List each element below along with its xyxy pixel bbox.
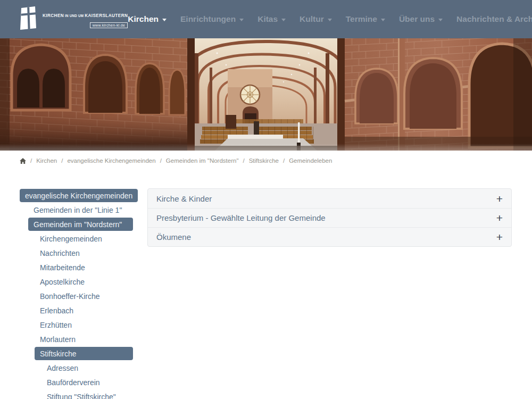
chevron-down-icon — [328, 19, 332, 21]
accordion-panel-presbyterium[interactable]: Presbyterium - Gewählte Leitung der Geme… — [148, 208, 511, 227]
sidebar-item-erlenbach[interactable]: Erlenbach — [35, 304, 133, 317]
accordion-panel-kirche-kinder[interactable]: Kirche & Kinder + — [148, 189, 511, 208]
sidebar-item-nachrichten[interactable]: Nachrichten — [35, 246, 133, 260]
breadcrumb-separator: / — [160, 157, 162, 164]
nav-item-termine[interactable]: Termine — [346, 14, 385, 24]
sidebar-item-stiftskirche[interactable]: Stiftskirche — [35, 347, 133, 360]
breadcrumb-item-kirchen[interactable]: Kirchen — [36, 157, 57, 164]
breadcrumb-item-gemeindeleben: Gemeindeleben — [289, 157, 332, 164]
panel-title: Kirche & Kinder — [156, 194, 212, 203]
panel-title: Presbyterium - Gewählte Leitung der Geme… — [156, 213, 326, 222]
chevron-down-icon — [281, 19, 286, 21]
chevron-down-icon — [162, 19, 167, 21]
main-nav: Kirchen Einrichtungen Kitas Kultur Termi… — [128, 14, 532, 24]
breadcrumb-separator: / — [243, 157, 244, 164]
sidebar-item-kirchengemeinden[interactable]: Kirchengemeinden — [35, 232, 133, 245]
sidebar-item-baufoerderverein[interactable]: Bauförderverein — [41, 376, 133, 389]
breadcrumb-item-gemeinden-nordstern[interactable]: Gemeinden im "Nordstern" — [166, 157, 239, 164]
sidebar-item-mitarbeitende[interactable]: Mitarbeitende — [35, 261, 133, 274]
window-cross-logo-icon — [19, 6, 38, 32]
sidebar-item-erzhuetten[interactable]: Erzhütten — [35, 318, 133, 331]
sidebar-item-gemeinden-nordstern[interactable]: Gemeinden im "Nordstern" — [28, 218, 133, 231]
chevron-down-icon — [438, 19, 443, 21]
home-icon[interactable] — [20, 158, 26, 164]
accordion-panels: Kirche & Kinder + Presbyterium - Gewählt… — [147, 188, 512, 247]
logo-url: www.kirchen-kl.de — [90, 22, 128, 28]
breadcrumb-separator: / — [283, 157, 285, 164]
header: KIRCHENIN UND UMKAISERSLAUTERN www.kirch… — [0, 0, 532, 38]
plus-icon: + — [496, 231, 503, 243]
nav-item-einrichtungen[interactable]: Einrichtungen — [180, 14, 244, 24]
plus-icon: + — [496, 193, 503, 204]
breadcrumb-item-stiftskirche[interactable]: Stiftskirche — [249, 157, 279, 164]
sidebar-navigation: evangelische Kirchengemeinden Gemeinden … — [20, 188, 133, 399]
panel-title: Ökumene — [156, 232, 191, 242]
chevron-down-icon — [381, 19, 385, 21]
sidebar-item-adressen[interactable]: Adressen — [41, 361, 133, 375]
hero-image — [0, 38, 532, 151]
breadcrumb: / Kirchen / evangelische Kirchengemeinde… — [0, 151, 532, 169]
breadcrumb-item-ev-kirchengemeinden[interactable]: evangelische Kirchengemeinden — [67, 157, 155, 164]
plus-icon: + — [496, 212, 503, 223]
nav-item-ueber-uns[interactable]: Über uns — [399, 14, 443, 24]
sidebar-item-morlautern[interactable]: Morlautern — [35, 332, 133, 346]
nav-item-kultur[interactable]: Kultur — [300, 14, 332, 24]
sidebar-item-gemeinden-linie-1[interactable]: Gemeinden in der "Linie 1" — [28, 203, 133, 217]
site-logo[interactable]: KIRCHENIN UND UMKAISERSLAUTERN www.kirch… — [19, 6, 128, 32]
nav-item-nachrichten-archiv[interactable]: Nachrichten & Archiv — [456, 14, 532, 24]
breadcrumb-separator: / — [30, 157, 32, 164]
breadcrumb-separator: / — [61, 157, 63, 164]
nav-item-kirchen[interactable]: Kirchen — [128, 14, 167, 24]
main-content: evangelische Kirchengemeinden Gemeinden … — [20, 188, 512, 399]
logo-text: KIRCHENIN UND UMKAISERSLAUTERN www.kirch… — [43, 10, 128, 29]
sidebar-item-evangelische-kirchengemeinden[interactable]: evangelische Kirchengemeinden — [20, 189, 138, 202]
accordion-panel-oekumene[interactable]: Ökumene + — [148, 227, 511, 246]
sidebar-item-apostelkirche[interactable]: Apostelkirche — [35, 275, 133, 288]
sidebar-item-stiftung-stiftskirche[interactable]: Stiftung "Stiftskirche" — [41, 390, 133, 399]
chevron-down-icon — [239, 19, 244, 21]
nav-item-kitas[interactable]: Kitas — [257, 14, 286, 24]
sidebar-item-bonhoeffer-kirche[interactable]: Bonhoeffer-Kirche — [35, 289, 133, 303]
